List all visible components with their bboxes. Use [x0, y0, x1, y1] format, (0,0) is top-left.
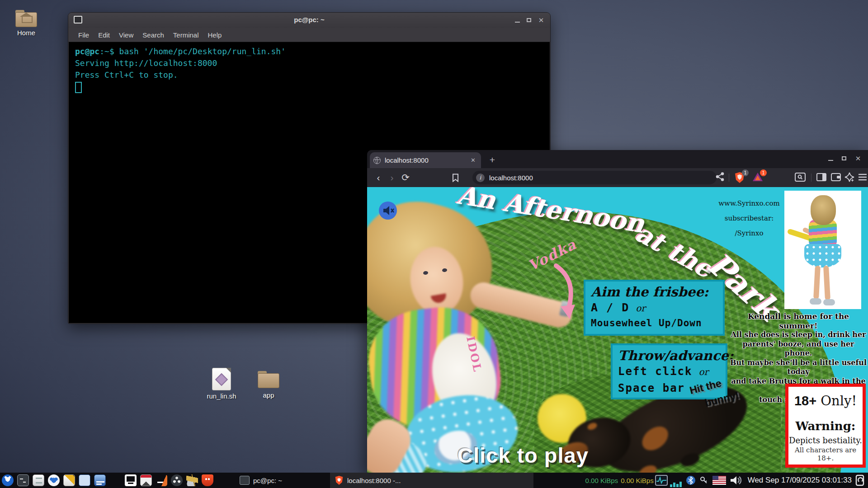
display-settings-icon[interactable] — [123, 473, 138, 488]
brave-launcher-icon[interactable] — [200, 473, 215, 488]
app-folder-icon — [258, 371, 279, 388]
browser-window: localhost:8000 ✕ + ✕ ‹ › ⟳ i localhost:8… — [367, 150, 868, 473]
url-text: localhost:8000 — [489, 174, 533, 182]
shields-badge: 1 — [742, 169, 749, 176]
warning-line: All characters are 18+. — [788, 446, 863, 462]
girl-skirt-shape — [804, 244, 841, 267]
desktop-icon-app[interactable]: app — [247, 368, 290, 399]
leo-ai-icon[interactable] — [844, 172, 856, 184]
url-bar[interactable]: i localhost:8000 — [472, 171, 717, 184]
intro-line: Kendall is home for the summer! — [728, 312, 868, 330]
vlc-icon[interactable] — [154, 473, 169, 488]
network-graph-icon[interactable] — [670, 480, 682, 487]
system-tray: Wed Sep 17/09/2025 03:01:33 — [654, 473, 868, 488]
age-rating: 18+ — [794, 394, 816, 408]
brave-rewards-icon[interactable]: 1 — [752, 172, 764, 183]
terminal-window-title: pc@pc: ~ — [68, 16, 550, 23]
terminal-close-button[interactable]: ✕ — [537, 16, 546, 24]
hex-editor-icon[interactable] — [92, 473, 108, 488]
browser-tabbar: localhost:8000 ✕ + ✕ — [367, 150, 868, 168]
menu-search[interactable]: Search — [138, 31, 169, 39]
girl-sneaker-shape — [823, 299, 835, 305]
menu-help[interactable]: Help — [203, 31, 226, 39]
girl-hair-shape — [811, 195, 836, 225]
tab-title: localhost:8000 — [385, 156, 469, 164]
taskbar-window-terminal[interactable]: pc@pc: ~ — [235, 473, 330, 488]
menu-file[interactable]: File — [74, 31, 94, 39]
keyboard-layout-us-flag-icon[interactable] — [712, 476, 726, 485]
or-word: or — [636, 303, 646, 314]
forward-button[interactable]: › — [385, 172, 399, 183]
bluetooth-icon[interactable] — [686, 476, 695, 485]
tab-close-icon[interactable]: ✕ — [469, 156, 477, 164]
reload-button[interactable]: ⟳ — [399, 172, 412, 183]
volume-icon[interactable] — [730, 475, 742, 485]
web-app-icon[interactable] — [46, 473, 61, 488]
desktop-icon-home[interactable]: Home — [5, 10, 48, 37]
terminal-line-command: pc@pc:~$ bash '/home/pc/Desktop/run_lin.… — [75, 46, 550, 57]
desktop-icon-run-lin-sh[interactable]: run_lin.sh — [200, 368, 243, 400]
applications-menu-icon[interactable] — [0, 473, 15, 488]
terminal-titlebar[interactable]: pc@pc: ~ ✕ — [68, 13, 550, 28]
clock[interactable]: Wed Sep 17/09/2025 03:01:33 — [748, 476, 852, 485]
vodka-arrow — [550, 263, 581, 322]
new-tab-button[interactable]: + — [486, 154, 498, 166]
terminal-icon — [240, 476, 250, 485]
menu-view[interactable]: View — [114, 31, 138, 39]
terminal-launcher-icon[interactable] — [15, 473, 31, 488]
desktop: Home run_lin.sh app pc@pc: ~ ✕ File Edit… — [0, 0, 868, 488]
intro-line: All she does is sleep in, drink her — [728, 330, 868, 340]
browser-close-button[interactable]: ✕ — [854, 155, 863, 163]
clipboard-manager-icon[interactable] — [855, 474, 865, 486]
terminal-prompt: pc@pc — [75, 47, 99, 56]
file-manager-icon[interactable] — [31, 473, 46, 488]
sidebar-icon[interactable] — [816, 173, 828, 185]
system-cleaner-icon[interactable] — [184, 473, 200, 488]
input-method-icon[interactable] — [700, 476, 708, 484]
mute-audio-icon[interactable] — [379, 202, 397, 220]
credits-subscribestar: subscribestar: — [711, 211, 788, 226]
wallet-icon[interactable] — [831, 173, 843, 185]
terminal-cursor — [75, 82, 82, 93]
browser-toolbar: ‹ › ⟳ i localhost:8000 1 1 — [367, 168, 868, 187]
system-monitor-icon[interactable] — [655, 475, 668, 486]
calculator-icon[interactable] — [77, 473, 92, 488]
share-icon[interactable] — [715, 172, 727, 183]
intro-line: parents' booze, and use her phone. — [728, 340, 868, 358]
video-editor-icon[interactable] — [169, 473, 184, 488]
bookmark-icon[interactable] — [452, 174, 459, 182]
desktop-icon-label: run_lin.sh — [200, 392, 243, 400]
package-manager-icon[interactable] — [108, 473, 123, 488]
menu-terminal[interactable]: Terminal — [169, 31, 203, 39]
game-canvas[interactable]: IDOL An Afternoon at the Park www.Syrinx… — [367, 187, 868, 473]
search-in-page-icon[interactable] — [795, 173, 807, 184]
back-button[interactable]: ‹ — [372, 172, 385, 183]
or-word: or — [699, 366, 709, 377]
terminal-maximize-button[interactable] — [525, 16, 534, 24]
throw-keys: Left click — [618, 365, 693, 378]
intro-line: But maybe she'll be a little useful toda… — [728, 358, 868, 377]
taskbar-window-browser[interactable]: localhost:8000 -... — [330, 473, 533, 488]
browser-minimize-button[interactable] — [826, 155, 835, 163]
brave-shields-icon[interactable]: 1 — [734, 172, 746, 183]
site-info-icon[interactable]: i — [476, 174, 485, 182]
aim-keys: A / D — [591, 301, 629, 314]
text-editor-icon[interactable] — [61, 473, 77, 488]
network-download-rate: 0.00 KiBps — [621, 477, 654, 484]
credits-block: www.Syrinxo.com subscribestar: /Syrinxo — [711, 196, 788, 241]
click-to-play-label[interactable]: Click to play — [458, 443, 589, 468]
aim-instructions-box: Aim the frisbee: A / Dor Mousewheel Up/D… — [584, 280, 725, 336]
taskbar: pc@pc: ~ localhost:8000 -... 0.00 KiBps … — [0, 473, 868, 488]
girl-sneaker-shape — [810, 298, 821, 305]
download-manager-icon[interactable] — [138, 473, 154, 488]
menu-hamburger-icon[interactable] — [858, 174, 868, 185]
browser-tab[interactable]: localhost:8000 ✕ — [370, 152, 481, 168]
aim-heading: Aim the frisbee: — [591, 284, 717, 300]
warning-heading: Warning: — [788, 419, 863, 433]
terminal-minimize-button[interactable] — [513, 16, 522, 24]
shell-script-icon — [212, 368, 231, 390]
girl-leg-shape — [813, 266, 821, 300]
browser-maximize-button[interactable] — [840, 155, 849, 163]
throw-heading: Throw/advance: — [618, 348, 720, 363]
menu-edit[interactable]: Edit — [94, 31, 114, 39]
